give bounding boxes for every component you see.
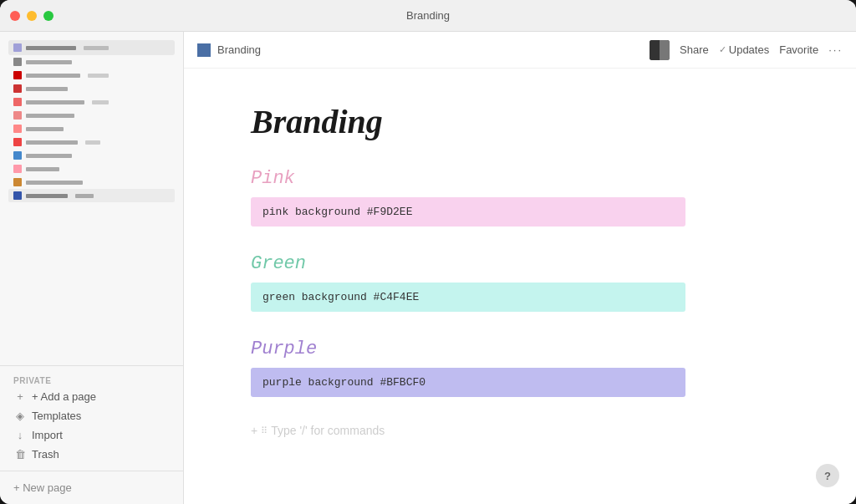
help-button[interactable]: ? [816, 464, 839, 487]
titlebar: Branding [0, 0, 856, 32]
sidebar-item-9[interactable] [8, 162, 175, 176]
page-title-line [26, 194, 68, 198]
templates-label: Templates [32, 410, 81, 422]
sidebar-item-4[interactable] [8, 95, 175, 109]
document-area[interactable]: Branding Pink pink background #F9D2EE Gr… [184, 69, 856, 504]
add-page-button[interactable]: + + Add a page [0, 387, 183, 406]
page-color-icon [13, 191, 22, 200]
page-sub-line [92, 100, 109, 104]
sidebar-item-11[interactable] [8, 189, 175, 202]
page-sub-line [75, 194, 94, 198]
import-button[interactable]: ↓ Import [0, 425, 183, 445]
page-title-line [26, 127, 64, 131]
new-page-label: + New page [13, 481, 72, 494]
app-window: Branding [0, 0, 856, 504]
sidebar-item-7[interactable] [8, 135, 175, 149]
page-title-line [26, 181, 83, 185]
check-icon: ✓ [719, 44, 726, 55]
page-subtitle-line [84, 46, 109, 50]
page-color-icon [13, 98, 22, 106]
green-section: Green green background #C4F4EE [251, 253, 789, 312]
command-placeholder: Type '/' for commands [271, 424, 385, 437]
page-title-line [26, 167, 59, 171]
maximize-button[interactable] [43, 11, 54, 21]
purple-block[interactable]: purple background #BFBCF0 [251, 368, 685, 397]
header-actions: Share ✓ Updates Favorite ··· [650, 40, 843, 60]
page-color-icon [13, 178, 22, 186]
sidebar-bottom: PRIVATE + + Add a page ◈ Templates ↓ Imp… [0, 365, 183, 471]
sidebar-footer: + New page [0, 471, 183, 504]
page-title-line [26, 74, 80, 78]
page-color-icon [13, 111, 22, 120]
import-icon: ↓ [13, 429, 27, 441]
sidebar-item-branding[interactable] [8, 40, 175, 55]
page-breadcrumb-icon [197, 43, 211, 57]
drag-icon: ⠿ [261, 425, 268, 436]
templates-icon: ◈ [13, 410, 27, 422]
page-color-icon [13, 125, 22, 133]
more-button[interactable]: ··· [828, 43, 843, 56]
favorite-button[interactable]: Favorite [779, 43, 818, 56]
sidebar-item-5[interactable] [8, 109, 175, 122]
green-block[interactable]: green background #C4F4EE [251, 283, 685, 312]
traffic-lights [10, 11, 54, 21]
import-label: Import [32, 429, 63, 441]
green-heading: Green [251, 253, 789, 274]
templates-button[interactable]: ◈ Templates [0, 406, 183, 425]
trash-button[interactable]: 🗑 Trash [0, 445, 183, 464]
page-title-line [26, 114, 74, 118]
page-color-icon [13, 43, 22, 52]
page-title-line [26, 60, 72, 64]
minimize-button[interactable] [27, 11, 37, 21]
page-color-icon [13, 165, 22, 173]
page-color-icon [13, 84, 22, 93]
new-page-button[interactable]: + New page [10, 478, 173, 497]
page-color-icon [13, 138, 22, 146]
pink-heading: Pink [251, 168, 789, 189]
pink-block[interactable]: pink background #F9D2EE [251, 197, 685, 227]
sidebar-item-1[interactable] [8, 55, 175, 69]
app-body: PRIVATE + + Add a page ◈ Templates ↓ Imp… [0, 32, 856, 504]
pink-section: Pink pink background #F9D2EE [251, 168, 789, 227]
trash-icon: 🗑 [13, 448, 27, 461]
page-title-line [26, 100, 84, 104]
sidebar: PRIVATE + + Add a page ◈ Templates ↓ Imp… [0, 32, 184, 504]
close-button[interactable] [10, 11, 20, 21]
content-header: Branding Share ✓ Updates Favori [184, 32, 856, 69]
window-title: Branding [406, 9, 450, 22]
plus-icon: + [13, 390, 27, 403]
purple-section: Purple purple background #BFBCF0 [251, 339, 789, 397]
page-title-line [26, 140, 78, 145]
updates-button[interactable]: ✓ Updates [719, 43, 769, 56]
sidebar-item-10[interactable] [8, 176, 175, 189]
breadcrumb-text: Branding [217, 43, 261, 56]
page-color-icon [13, 151, 22, 160]
sidebar-pages [0, 32, 183, 365]
add-block-row[interactable]: + ⠿ Type '/' for commands [251, 424, 789, 437]
purple-heading: Purple [251, 339, 789, 359]
sidebar-page-group-1 [0, 38, 183, 204]
page-sub-line [85, 140, 100, 145]
page-color-icon [13, 58, 22, 66]
add-icon: + [251, 424, 257, 437]
sidebar-item-6[interactable] [8, 122, 175, 135]
document-title: Branding [251, 102, 789, 141]
page-title-line [26, 87, 68, 91]
main-content: Branding Share ✓ Updates Favori [184, 32, 856, 504]
page-title-line [26, 46, 76, 50]
share-button[interactable]: Share [680, 43, 709, 56]
add-page-label: + Add a page [32, 390, 96, 403]
sidebar-item-8[interactable] [8, 149, 175, 162]
sidebar-item-2[interactable] [8, 69, 175, 82]
page-color-icon [13, 71, 22, 79]
trash-label: Trash [32, 448, 59, 461]
page-sub-line [88, 74, 109, 78]
user-avatar [650, 40, 670, 60]
private-label: PRIVATE [0, 373, 183, 387]
page-title-line [26, 154, 72, 158]
sidebar-item-3[interactable] [8, 82, 175, 95]
